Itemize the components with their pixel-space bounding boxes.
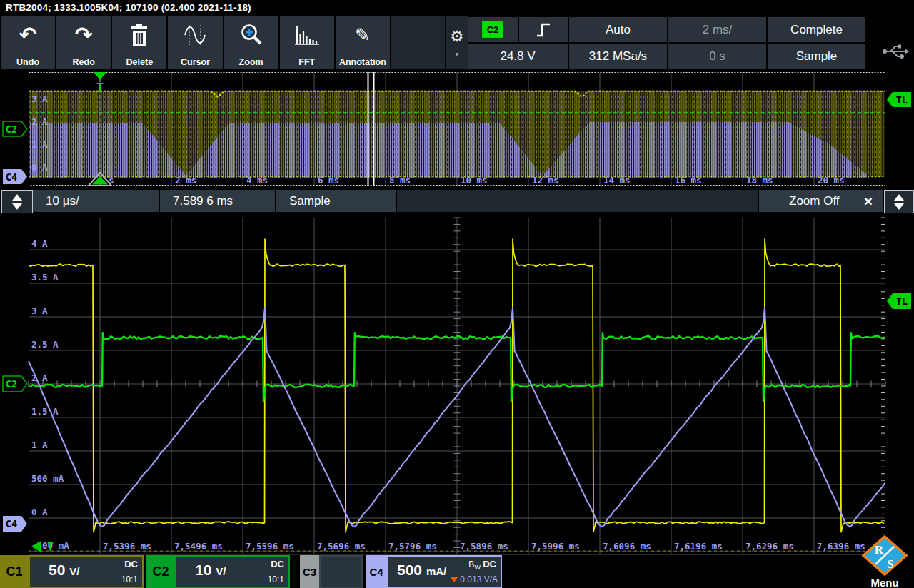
toolbar-button-cursor[interactable]: Cursor (168, 16, 222, 69)
zoom-c2-badge-label: C2 (6, 378, 17, 390)
zoom-y-label: 3 A (31, 305, 48, 316)
close-icon[interactable]: × (851, 193, 883, 210)
overview-y-label: 1 A (31, 139, 48, 150)
toolbar-button-zoom[interactable]: Zoom (224, 16, 278, 69)
channel4-scale: 500 mA/ (397, 562, 446, 579)
zoom-position-value: 7.589 6 ms (160, 194, 233, 208)
overview-x-label: 2 ms (175, 175, 196, 186)
zoom-x-label: 7,6196 ms (674, 541, 723, 552)
down-arrow-icon (894, 203, 904, 210)
channel4-badge[interactable]: C4 (366, 555, 387, 588)
channel1-probe: 10:1 (121, 574, 138, 584)
zoom-x-label: 7,5396 ms (103, 541, 151, 552)
toolbar-button-label: Delete (126, 57, 154, 67)
channel4-settings-box[interactable]: 500 mA/ BW DC 0.013 V/A (387, 555, 502, 588)
overview-plot[interactable]: 3 A2 A1 A0 As2 ms4 ms6 ms8 ms10 ms12 ms1… (0, 71, 914, 188)
zoom-y-label: 2.5 A (31, 339, 59, 350)
acquisition-mode-cell[interactable]: Sample (768, 44, 865, 69)
toolbar-empty-space (391, 16, 445, 69)
up-arrow-icon (12, 194, 22, 201)
overview-x-label: 8 ms (389, 175, 411, 186)
title-bar: RTB2004; 1333.1005K04; 107190 (02.400 20… (0, 0, 914, 16)
zoom-scale-cell[interactable]: 10 µs/ (33, 190, 159, 212)
zoom-x-label: 7,5696 ms (317, 541, 366, 552)
zoom-x-label: 7,5796 ms (388, 541, 437, 552)
channel4-probe-factor: 0.013 V/A (450, 574, 498, 584)
toolbar-button-redo[interactable]: ↷Redo (56, 16, 111, 69)
trigger-level-cell[interactable]: 24.8 V (468, 44, 568, 69)
horizontal-position-cell[interactable]: 0 s (668, 44, 766, 69)
trigger-mode-cell[interactable]: Auto (569, 17, 667, 42)
oscilloscope-screen: RTB2004; 1333.1005K04; 107190 (02.400 20… (0, 0, 914, 588)
delete-icon (112, 21, 166, 49)
sample-rate-cell[interactable]: 312 MSa/s (569, 44, 667, 69)
zoom-c4-badge-label: C4 (6, 518, 17, 529)
zoom-x-label: 7,5996 ms (531, 541, 580, 552)
gear-icon: ⚙ (451, 29, 464, 44)
trigger-source-badge: C2 (481, 21, 504, 39)
trigger-position-marker-icon[interactable] (94, 72, 106, 80)
probe-warning-icon (450, 577, 458, 582)
channel3-settings-box[interactable] (319, 555, 363, 588)
usb-icon (880, 40, 911, 63)
toolbar-button-label: Annotation (339, 57, 386, 67)
zoom-x-label: 7,6096 ms (603, 541, 651, 552)
caret-down-icon: ▾ (455, 51, 458, 58)
zoom-x-label: 7,5496 ms (174, 541, 223, 552)
trigger-marker-label: T (96, 81, 104, 94)
up-arrow-icon (894, 194, 904, 201)
menu-label: Menu (860, 577, 910, 588)
toolbar-button-undo[interactable]: ↶Undo (1, 16, 55, 69)
rising-slope-icon (534, 21, 553, 39)
toolbar-button-fft[interactable]: FFT (280, 16, 334, 69)
settings-button[interactable]: ⚙ ▾ (446, 16, 468, 69)
channel3-badge[interactable]: C3 (300, 555, 319, 588)
trigger-slope-cell[interactable] (519, 17, 568, 42)
channel1-scale: 50 V/ (49, 562, 79, 579)
zoom-off-label: Zoom Off (759, 194, 840, 208)
zoom-y-label: 1.5 A (31, 406, 59, 417)
zoom-x-label: 7,5896 ms (460, 541, 508, 552)
zoom-scale-value: 10 µs/ (33, 194, 79, 208)
overview-x-label: 16 ms (675, 175, 702, 186)
overview-y-label: 0 A (31, 162, 48, 173)
channel1-badge[interactable]: C1 (0, 555, 29, 588)
rohde-schwarz-logo: R S (861, 535, 908, 576)
zoom-icon (224, 21, 278, 49)
overview-tl-badge-label: TL (896, 94, 908, 106)
zoom-position-stepper[interactable] (884, 190, 914, 213)
zoom-y-label: 4 A (31, 238, 48, 249)
zoom-scale-stepper[interactable] (1, 190, 33, 213)
toolbar-button-label: FFT (298, 57, 315, 67)
toolbar-button-label: Cursor (181, 57, 210, 67)
trigger-source-cell[interactable]: C2 (468, 17, 518, 42)
zoom-tl-badge-label: TL (896, 295, 908, 307)
timebase-cell[interactable]: 2 ms/ (668, 17, 766, 42)
overview-x-label: 10 ms (461, 175, 488, 186)
zoom-y-label: 0 A (31, 507, 48, 517)
channel1-settings-box[interactable]: 50 V/ DC 10:1 (29, 555, 144, 588)
overview-x-label: 12 ms (532, 175, 559, 186)
channel2-badge[interactable]: C2 (146, 555, 175, 588)
toolbar-button-label: Zoom (239, 57, 263, 67)
acquisition-status-cell[interactable]: Complete (768, 17, 865, 42)
channel2-scale: 10 V/ (195, 562, 226, 579)
zoom-x-label: 7,6296 ms (745, 541, 794, 552)
toolbar-button-annotation[interactable]: ✎Annotation (336, 16, 390, 69)
overview-c2-badge-label: C2 (6, 123, 17, 135)
zoom-mode-value: Sample (276, 194, 331, 208)
zoom-position-cell[interactable]: 7.589 6 ms (160, 190, 275, 212)
toolbar-button-label: Undo (16, 57, 39, 67)
channel2-settings-box[interactable]: 10 V/ DC 10:1 (175, 555, 290, 588)
svg-text:R: R (875, 543, 884, 557)
device-id-text: RTB2004; 1333.1005K04; 107190 (02.400 20… (0, 2, 251, 13)
channel2-probe: 10:1 (268, 574, 284, 584)
overview-x-label: 14 ms (603, 175, 631, 186)
toolbar-buttons: ↶Undo↷RedoDeleteCursorZoomFFT✎Annotation (1, 16, 390, 69)
overview-x-label: 4 ms (246, 175, 268, 186)
zoom-waveform-plot[interactable]: 4 A3.5 A3 A2.5 A2 A1.5 A1 A500 mA0 A-500… (0, 216, 914, 555)
menu-button[interactable]: R S Menu (860, 535, 910, 588)
zoom-mode-cell[interactable]: Sample (276, 190, 396, 212)
zoom-off-cell[interactable]: Zoom Off × (759, 190, 883, 212)
toolbar-button-delete[interactable]: Delete (112, 16, 166, 69)
